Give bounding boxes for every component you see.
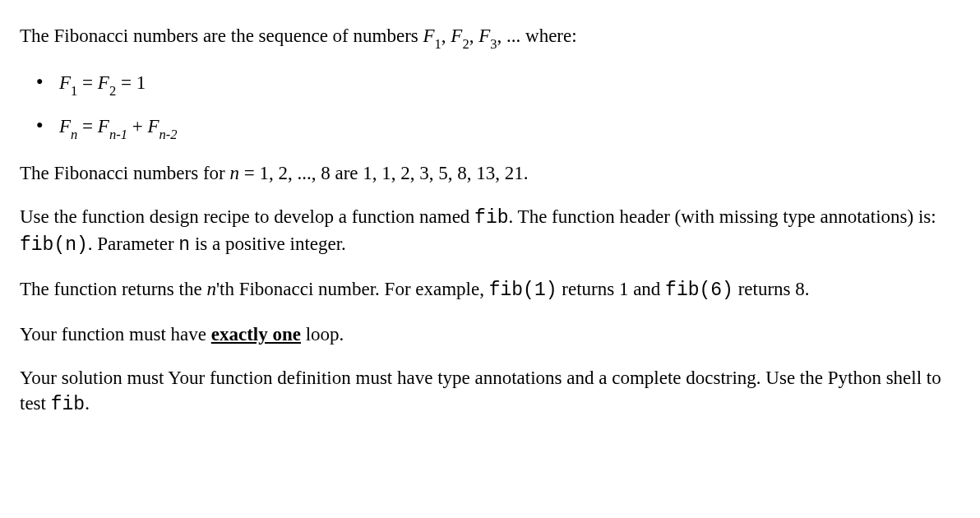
- paragraph-function-design: Use the function design recipe to develo…: [20, 204, 960, 258]
- sub-1: 1: [435, 36, 441, 52]
- text: Your solution must Your function definit…: [20, 368, 941, 414]
- text: = 1, 2, ..., 8 are 1, 1, 2, 3, 5, 8, 13,…: [239, 163, 529, 183]
- sub-n2: n-2: [159, 127, 178, 142]
- paragraph-docstring: Your solution must Your function definit…: [20, 365, 960, 418]
- text: The Fibonacci numbers are the sequence o…: [20, 25, 423, 46]
- paragraph-return-example: The function returns the n'th Fibonacci …: [20, 276, 960, 303]
- var-n: n: [206, 279, 216, 299]
- code-fib: fib: [474, 207, 508, 229]
- text: +: [127, 116, 147, 136]
- text: ,: [469, 25, 479, 46]
- text: Your function must have: [20, 324, 211, 345]
- code-n: n: [178, 234, 190, 256]
- definition-list: F1 = F2 = 1 Fn = Fn-1 + Fn-2: [20, 70, 960, 142]
- sub-1: 1: [71, 83, 77, 99]
- text: =: [77, 116, 97, 136]
- paragraph-loop-constraint: Your function must have exactly one loop…: [20, 321, 960, 347]
- text: The Fibonacci numbers for: [20, 163, 229, 183]
- var-f1: F: [423, 25, 435, 46]
- paragraph-intro: The Fibonacci numbers are the sequence o…: [20, 23, 960, 52]
- var-f2: F: [451, 25, 462, 46]
- var-f: F: [59, 116, 71, 136]
- code-fib6: fib(6): [665, 280, 733, 301]
- sub-2: 2: [462, 36, 469, 52]
- text: is a positive integer.: [190, 234, 346, 254]
- text: =: [77, 72, 97, 93]
- text: . The function header (with missing type…: [509, 206, 936, 227]
- text: returns 8.: [733, 279, 810, 299]
- var-f3: F: [478, 25, 490, 46]
- sub-n1: n-1: [109, 127, 127, 142]
- var-f: F: [98, 116, 109, 136]
- bullet-recursive-case: Fn = Fn-1 + Fn-2: [59, 113, 960, 142]
- code-fib1: fib(1): [489, 280, 557, 301]
- text: The function returns the: [20, 279, 206, 299]
- emphasis-exactly-one: exactly one: [211, 324, 301, 345]
- sub-n: n: [71, 127, 77, 142]
- text: . Parameter: [88, 234, 178, 254]
- text: , ... where:: [497, 25, 577, 46]
- sub-3: 3: [490, 36, 497, 52]
- paragraph-example-values: The Fibonacci numbers for n = 1, 2, ...,…: [20, 160, 960, 186]
- text: .: [85, 393, 90, 414]
- code-fib-n: fib(n): [20, 234, 88, 256]
- text: 'th Fibonacci number. For example,: [216, 279, 489, 299]
- var-f: F: [147, 116, 159, 136]
- text: Use the function design recipe to develo…: [20, 206, 474, 227]
- sub-2: 2: [109, 83, 116, 99]
- var-f: F: [59, 72, 71, 93]
- var-f: F: [98, 72, 109, 93]
- text: ,: [441, 25, 451, 46]
- text: returns 1 and: [557, 279, 666, 299]
- bullet-base-case: F1 = F2 = 1: [59, 70, 960, 99]
- text: = 1: [116, 72, 146, 93]
- var-n: n: [229, 163, 239, 183]
- text: loop.: [301, 324, 344, 345]
- code-fib: fib: [51, 394, 85, 415]
